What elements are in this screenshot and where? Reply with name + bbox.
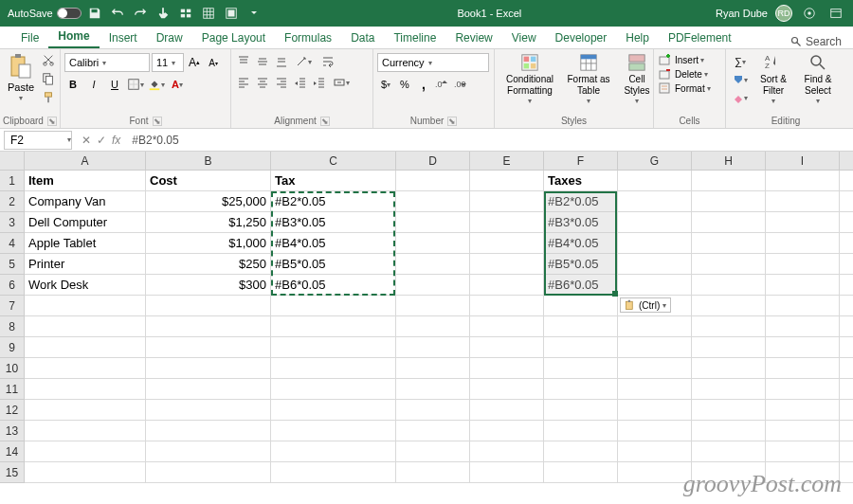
cell-styles-button[interactable]: Cell Styles▾: [616, 51, 658, 108]
find-select-button[interactable]: Find & Select▾: [796, 51, 840, 108]
cell-G5[interactable]: [618, 254, 692, 275]
autosum-button[interactable]: ∑▾: [730, 53, 751, 70]
cell-D12[interactable]: [396, 400, 470, 421]
cell-B2[interactable]: $25,000: [146, 191, 271, 212]
cell-C9[interactable]: [271, 337, 396, 358]
cell-F15[interactable]: [544, 462, 618, 483]
worksheet-grid[interactable]: ABCDEFGHIJ 123456789101112131415 ItemCos…: [0, 152, 853, 502]
cell-F9[interactable]: [544, 337, 618, 358]
row-header-10[interactable]: 10: [0, 358, 25, 379]
cell-B14[interactable]: [146, 441, 271, 462]
format-painter-button[interactable]: [40, 89, 57, 106]
tab-data[interactable]: Data: [341, 27, 384, 48]
cell-D13[interactable]: [396, 421, 470, 441]
tab-formulas[interactable]: Formulas: [275, 27, 341, 48]
cell-E4[interactable]: [470, 233, 544, 254]
cell-G8[interactable]: [618, 316, 692, 337]
clear-button[interactable]: ▾: [730, 89, 751, 106]
cell-E7[interactable]: [470, 296, 544, 316]
cell-F5[interactable]: #B5*0.05: [544, 254, 618, 275]
cell-I11[interactable]: [766, 379, 840, 400]
cell-I4[interactable]: [766, 233, 840, 254]
cell-H11[interactable]: [692, 379, 766, 400]
cell-C8[interactable]: [271, 316, 396, 337]
cell-E5[interactable]: [470, 254, 544, 275]
accounting-format-button[interactable]: $▾: [377, 76, 394, 93]
cell-E3[interactable]: [470, 212, 544, 233]
align-right-button[interactable]: [273, 74, 290, 91]
privacy-icon[interactable]: [800, 4, 819, 23]
cell-F7[interactable]: [544, 296, 618, 316]
tab-home[interactable]: Home: [48, 26, 99, 48]
col-header-F[interactable]: F: [544, 152, 618, 171]
cell-J2[interactable]: [840, 191, 853, 212]
cell-H13[interactable]: [692, 421, 766, 441]
cell-A12[interactable]: [25, 400, 146, 421]
row-header-3[interactable]: 3: [0, 212, 25, 233]
col-header-H[interactable]: H: [692, 152, 766, 171]
cell-G15[interactable]: [618, 462, 692, 483]
cell-H8[interactable]: [692, 316, 766, 337]
cell-F8[interactable]: [544, 316, 618, 337]
cell-B11[interactable]: [146, 379, 271, 400]
cell-H6[interactable]: [692, 275, 766, 296]
cell-E14[interactable]: [470, 441, 544, 462]
cell-C4[interactable]: #B4*0.05: [271, 233, 396, 254]
cell-A8[interactable]: [25, 316, 146, 337]
delete-cells-button[interactable]: Delete▾: [658, 67, 708, 81]
cell-J15[interactable]: [840, 462, 853, 483]
col-header-I[interactable]: I: [766, 152, 840, 171]
cell-B6[interactable]: $300: [146, 275, 271, 296]
tab-pdfelement[interactable]: PDFelement: [659, 27, 741, 48]
cell-J13[interactable]: [840, 421, 853, 441]
cell-G9[interactable]: [618, 337, 692, 358]
cut-button[interactable]: [40, 51, 57, 68]
fill-color-button[interactable]: ▾: [148, 76, 165, 93]
save-icon[interactable]: [85, 4, 104, 23]
cell-E11[interactable]: [470, 379, 544, 400]
merge-center-button[interactable]: ▾: [330, 74, 353, 91]
col-header-J[interactable]: J: [840, 152, 853, 171]
cell-I9[interactable]: [766, 337, 840, 358]
tab-draw[interactable]: Draw: [147, 27, 192, 48]
shrink-font-button[interactable]: A▾: [205, 54, 222, 71]
cell-J6[interactable]: [840, 275, 853, 296]
cell-C15[interactable]: [271, 462, 396, 483]
cell-I6[interactable]: [766, 275, 840, 296]
cell-A4[interactable]: Apple Tablet: [25, 233, 146, 254]
cell-A7[interactable]: [25, 296, 146, 316]
cell-D8[interactable]: [396, 316, 470, 337]
tab-help[interactable]: Help: [616, 27, 659, 48]
cell-J7[interactable]: [840, 296, 853, 316]
cell-J5[interactable]: [840, 254, 853, 275]
tab-view[interactable]: View: [502, 27, 546, 48]
cell-J10[interactable]: [840, 358, 853, 379]
redo-icon[interactable]: [131, 4, 150, 23]
cell-C6[interactable]: #B6*0.05: [271, 275, 396, 296]
tab-file[interactable]: File: [11, 27, 48, 48]
cell-I14[interactable]: [766, 441, 840, 462]
cell-G10[interactable]: [618, 358, 692, 379]
cell-B13[interactable]: [146, 421, 271, 441]
cell-A9[interactable]: [25, 337, 146, 358]
number-dialog-launcher[interactable]: ⬊: [447, 117, 457, 126]
align-center-button[interactable]: [254, 74, 271, 91]
cell-F3[interactable]: #B3*0.05: [544, 212, 618, 233]
cell-I13[interactable]: [766, 421, 840, 441]
cell-J4[interactable]: [840, 233, 853, 254]
cell-H1[interactable]: [692, 171, 766, 191]
decrease-decimal-button[interactable]: .00: [453, 76, 470, 93]
cell-D9[interactable]: [396, 337, 470, 358]
align-left-button[interactable]: [235, 74, 252, 91]
cell-B4[interactable]: $1,000: [146, 233, 271, 254]
cell-J8[interactable]: [840, 316, 853, 337]
row-header-8[interactable]: 8: [0, 316, 25, 337]
cell-J9[interactable]: [840, 337, 853, 358]
cell-B9[interactable]: [146, 337, 271, 358]
cell-G13[interactable]: [618, 421, 692, 441]
cell-J14[interactable]: [840, 441, 853, 462]
cell-B10[interactable]: [146, 358, 271, 379]
bold-button[interactable]: B: [64, 76, 82, 93]
cell-F11[interactable]: [544, 379, 618, 400]
cell-C11[interactable]: [271, 379, 396, 400]
